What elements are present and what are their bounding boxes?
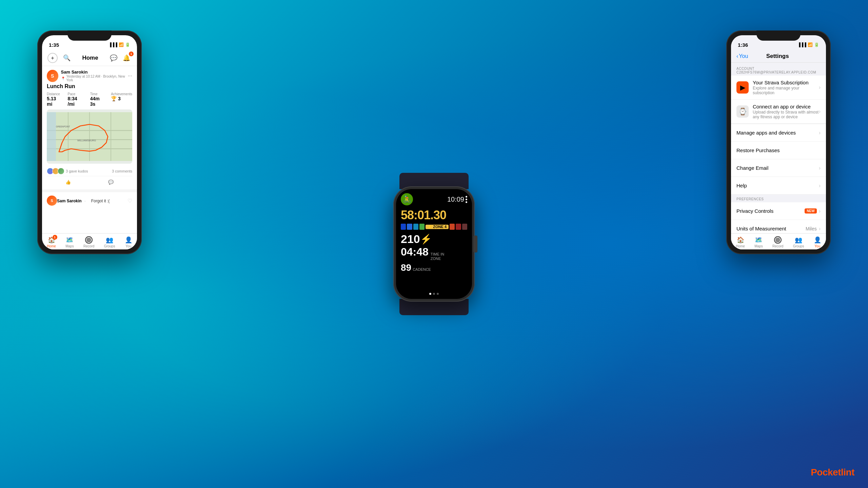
stat-distance-value: 5.13 mi (47, 96, 62, 107)
activity-title: Lunch Run (47, 83, 132, 89)
strava-meta-icon: 📍 (61, 77, 65, 80)
kudos-avatar-3 (58, 168, 64, 175)
privacy-controls-row[interactable]: Privacy Controls NEW › (731, 202, 826, 220)
comment-button[interactable]: 💬 (108, 180, 114, 185)
account-label-text: ACCOUNT (736, 67, 754, 70)
add-button[interactable]: ＋ (47, 53, 58, 63)
right-nav-record[interactable]: ⏺ Record (772, 236, 783, 248)
record-nav-label: Record (83, 244, 94, 248)
stat-pace-value: 8:34 /mi (68, 96, 85, 107)
kudos-info: 3 gave kudos (47, 168, 88, 175)
lightning-zone-icon: ⚡ (428, 225, 432, 229)
watch-cadence: 89 CADENCE (401, 262, 467, 273)
right-phone-notch (756, 30, 801, 41)
time-dots-group: 10:09 (447, 196, 467, 203)
stat-achievements-label: Achievements (111, 92, 132, 96)
right-nav-home[interactable]: 🏠 Home (736, 236, 745, 248)
bike-emoji: 🚴 (403, 195, 411, 203)
right-nav-you[interactable]: 👤 You (814, 236, 821, 248)
power-value: 210 (401, 232, 420, 246)
right-nav-maps[interactable]: 🗺️ Maps (754, 236, 763, 248)
subscription-content: Your Strava Subscription Explore and man… (753, 80, 819, 95)
comment-icon: 💬 (108, 180, 114, 185)
dot-2 (466, 199, 467, 200)
watch-crown[interactable] (473, 236, 477, 252)
post-content: Sam Sarokin · Forgot it :( (57, 198, 110, 204)
header-icons: 💬 🔔 1 (108, 53, 132, 63)
left-nav-bar: 🏠 1 Home 🗺️ Maps ⏺ Record 👥 Groups 👤 You (42, 233, 137, 249)
right-groups-icon: 👥 (795, 236, 802, 244)
subscription-title: Your Strava Subscription (753, 80, 819, 85)
device-arrow: › (819, 108, 821, 115)
stat-distance-label: Distance (47, 92, 62, 96)
feed-user-row: S Sam Sarokin 📍 Yesterday at 10:12 AM · … (47, 69, 132, 82)
right-nav-groups[interactable]: 👥 Groups (793, 236, 804, 248)
right-nav-bar: 🏠 Home 🗺️ Maps ⏺ Record 👥 Groups 👤 You (731, 233, 826, 249)
stat-pace: Pace 8:34 /mi (68, 92, 85, 107)
notification-icon[interactable]: 🔔 1 (121, 53, 132, 63)
manage-apps-row[interactable]: Manage apps and devices › (731, 124, 826, 142)
strava-subscription-row[interactable]: ▶ Your Strava Subscription Explore and m… (731, 76, 826, 100)
subscription-arrow: › (819, 84, 821, 90)
svg-text:GREENPOINT: GREENPOINT (56, 125, 70, 128)
stat-time-value: 44m 3s (90, 96, 106, 107)
post-user-name: Sam Sarokin (57, 199, 82, 203)
restore-purchases-row[interactable]: Restore Purchases (731, 142, 826, 159)
map-preview[interactable]: WILLIAMSBURG GREENPOINT (47, 109, 132, 164)
zone-7 (462, 224, 467, 230)
units-content: Units of Measurement (736, 226, 806, 231)
post-separator: · (84, 199, 85, 203)
watermark-p: P (811, 467, 817, 477)
help-row[interactable]: Help › (731, 177, 826, 195)
preferences-label-text: PREFERENCES (736, 197, 764, 201)
restore-content: Restore Purchases (736, 147, 821, 153)
kudos-button[interactable]: 👍 (65, 180, 71, 185)
right-signal-icon: ▐▐▐ (797, 42, 806, 47)
feed-item-2: S Sam Sarokin · Forgot it :( ♡ (42, 192, 137, 209)
right-maps-label: Maps (754, 244, 763, 248)
change-email-row[interactable]: Change Email › (731, 159, 826, 177)
device-icon: ⌚ (736, 105, 749, 118)
right-record-icon: ⏺ (774, 236, 782, 244)
you-nav-label: You (125, 244, 131, 248)
connect-device-row[interactable]: ⌚ Connect an app or device Upload direct… (731, 100, 826, 124)
feed-meta: 📍 Yesterday at 10:12 AM · Brooklyn, New … (61, 75, 128, 82)
right-status-time: 1:36 (738, 42, 748, 48)
stat-time-label: Time (90, 92, 106, 96)
settings-header: ‹ You Settings (731, 50, 826, 63)
watch-body: 🚴 10:09 58:01.30 (393, 186, 475, 302)
back-button[interactable]: ‹ You (736, 53, 748, 59)
groups-nav-label: Groups (104, 244, 115, 248)
you-nav-icon: 👤 (125, 236, 132, 244)
nav-maps[interactable]: 🗺️ Maps (65, 236, 74, 248)
nav-record[interactable]: ⏺ Record (83, 236, 94, 248)
right-home-label: Home (736, 244, 745, 248)
comments-count: 3 comments (112, 169, 132, 173)
cadence-label: CADENCE (413, 267, 431, 271)
record-nav-icon: ⏺ (85, 236, 93, 244)
cycling-icon: 🚴 (401, 193, 413, 205)
nav-home[interactable]: 🏠 1 Home (47, 236, 56, 248)
page-dot-1 (429, 293, 431, 295)
back-label: You (739, 53, 748, 59)
heart-icon[interactable]: ♡ (127, 198, 132, 204)
privacy-title: Privacy Controls (736, 208, 805, 214)
tiz-value: 04:48 (401, 246, 429, 258)
restore-title: Restore Purchases (736, 147, 821, 153)
post-user-row: S Sam Sarokin · Forgot it :( (47, 196, 110, 206)
messages-icon[interactable]: 💬 (108, 53, 119, 63)
watch-page-indicators (401, 293, 467, 295)
zone-label: ⚡ ZONE 4 (426, 225, 449, 229)
search-button[interactable]: 🔍 (62, 53, 72, 63)
nav-you[interactable]: 👤 You (125, 236, 132, 248)
home-title: Home (82, 55, 98, 61)
units-value: Miles (806, 226, 817, 231)
user-details: Sam Sarokin 📍 Yesterday at 10:12 AM · Br… (61, 69, 128, 82)
dot-1 (466, 196, 467, 198)
privacy-content: Privacy Controls (736, 208, 805, 214)
feed-timestamp: Yesterday at 10:12 AM · Brooklyn, New Yo… (66, 75, 128, 82)
nav-groups[interactable]: 👥 Groups (104, 236, 115, 248)
more-options-button[interactable]: ··· (128, 73, 132, 79)
watch-power: 210 ⚡ (401, 232, 467, 246)
back-chevron-icon: ‹ (736, 53, 738, 59)
